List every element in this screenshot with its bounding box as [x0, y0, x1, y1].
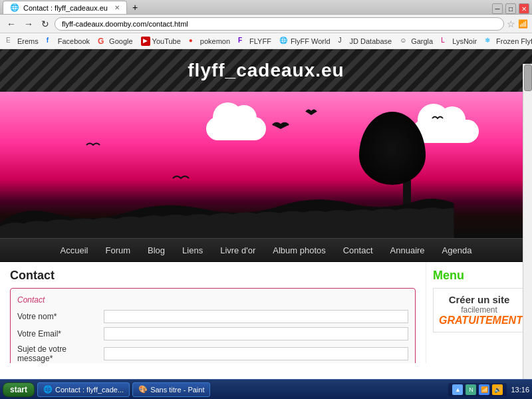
- jddatabase-icon: J: [338, 37, 348, 46]
- site-content: flyff_cadeaux.eu: [0, 49, 532, 363]
- facebook-icon: f: [47, 37, 56, 46]
- systray-icon-4: 🔊: [492, 384, 503, 395]
- youtube-icon: ▶: [141, 37, 150, 46]
- nav-bar: Accueil Forum Blog Liens Livre d'or Albu…: [0, 238, 532, 262]
- scrollbar[interactable]: [523, 64, 532, 379]
- bookmark-star-icon[interactable]: ☆: [507, 19, 515, 29]
- form-name-label: Votre nom*: [17, 312, 104, 321]
- tab-title: Contact : flyff_cadeaux.eu: [23, 4, 108, 12]
- ad-create-text: Créer un site: [439, 294, 519, 305]
- form-row-subject: Sujet de votre message*: [17, 344, 408, 363]
- minimize-button[interactable]: ─: [492, 3, 503, 14]
- taskbar-right: ▲ N 📶 🔊 13:16: [448, 383, 529, 396]
- gargla-icon: ☺: [400, 37, 409, 46]
- browser-taskbar-icon: 🌐: [43, 385, 53, 394]
- systray-icon-1: ▲: [452, 384, 463, 395]
- cloud-left: [206, 117, 266, 140]
- lysnoir-icon: L: [441, 37, 450, 46]
- back-button[interactable]: ←: [4, 17, 19, 31]
- bookmark-youtube[interactable]: ▶ YouTube: [138, 35, 184, 47]
- bookmark-lysnoir[interactable]: L LysNoir: [438, 35, 480, 47]
- nav-blog[interactable]: Blog: [140, 241, 173, 259]
- browser-taskbar-label: Contact : flyff_cade...: [55, 386, 124, 394]
- site-header: flyff_cadeaux.eu: [0, 49, 532, 92]
- bookmark-flyffworld[interactable]: 🌐 FlyFF World: [276, 35, 334, 47]
- forward-button[interactable]: →: [21, 17, 36, 31]
- bookmark-erems[interactable]: E Erems: [3, 35, 42, 47]
- taskbar-item-paint[interactable]: 🎨 Sans titre - Paint: [132, 382, 210, 397]
- nav-annuaire[interactable]: Annuaire: [382, 241, 433, 259]
- systray-icon-2: N: [466, 384, 476, 395]
- nav-liens[interactable]: Liens: [174, 241, 211, 259]
- menu-section-title: Menu: [433, 269, 525, 283]
- contact-form-box: Contact Votre nom* Votre Email* Sujet de…: [10, 288, 416, 363]
- contact-box-label: Contact: [17, 295, 408, 305]
- frozenflyff-icon: ❄: [485, 37, 494, 46]
- url-input[interactable]: [55, 17, 504, 31]
- ad-easily-text: facilement: [439, 305, 519, 315]
- contact-section-title: Contact: [10, 269, 416, 283]
- content-right: Menu Créer un site facilement GRATUITEME…: [426, 262, 532, 363]
- tab-favicon: 🌐: [10, 3, 19, 12]
- bookmark-jddatabase[interactable]: J JD Database: [335, 35, 396, 47]
- bookmark-flyff[interactable]: F FLYFF: [235, 35, 275, 47]
- form-email-label: Votre Email*: [17, 329, 104, 338]
- refresh-button[interactable]: ↻: [39, 17, 52, 31]
- browser-tab-active[interactable]: 🌐 Contact : flyff_cadeaux.eu ✕: [3, 1, 127, 14]
- form-subject-label: Sujet de votre message*: [17, 344, 104, 363]
- taskbar: start 🌐 Contact : flyff_cade... 🎨 Sans t…: [0, 379, 532, 399]
- form-row-email: Votre Email*: [17, 327, 408, 340]
- taskbar-item-browser[interactable]: 🌐 Contact : flyff_cade...: [37, 382, 130, 397]
- nav-albumphotos[interactable]: Album photos: [265, 241, 334, 259]
- system-tray: ▲ N 📶 🔊: [448, 383, 507, 396]
- ad-banner[interactable]: Créer un site facilement GRATUITEMENT: [433, 288, 525, 332]
- nav-contact[interactable]: Contact: [335, 241, 381, 259]
- form-name-input[interactable]: [104, 310, 408, 323]
- form-subject-input[interactable]: [104, 347, 408, 360]
- form-email-input[interactable]: [104, 327, 408, 340]
- taskbar-left: start 🌐 Contact : flyff_cade... 🎨 Sans t…: [3, 382, 210, 397]
- systray-icon-3: 📶: [479, 384, 489, 395]
- new-tab-button[interactable]: +: [127, 1, 143, 14]
- google-icon: G: [98, 37, 107, 46]
- flyff-icon: F: [238, 37, 247, 46]
- system-clock: 13:16: [511, 386, 529, 394]
- main-content: Contact Contact Votre nom* Votre Email* …: [0, 262, 532, 363]
- hero-banner: [0, 92, 532, 238]
- paint-taskbar-label: Sans titre - Paint: [150, 386, 204, 394]
- bookmark-pokemon[interactable]: ● pokemon: [186, 35, 233, 47]
- start-button[interactable]: start: [3, 382, 35, 397]
- pokemon-icon: ●: [189, 37, 198, 46]
- nav-forum[interactable]: Forum: [98, 241, 139, 259]
- bookmark-gargla[interactable]: ☺ Gargla: [396, 35, 436, 47]
- close-button[interactable]: ✕: [519, 3, 529, 14]
- bookmark-google[interactable]: G Google: [94, 35, 136, 47]
- ad-free-text: GRATUITEMENT: [439, 315, 519, 327]
- content-left: Contact Contact Votre nom* Votre Email* …: [0, 262, 426, 363]
- site-title: flyff_cadeaux.eu: [0, 60, 532, 81]
- paint-taskbar-icon: 🎨: [138, 385, 148, 394]
- tab-close-icon[interactable]: ✕: [114, 4, 120, 11]
- nav-accueil[interactable]: Accueil: [53, 241, 96, 259]
- network-icon: 📶: [518, 19, 528, 29]
- nav-livredore[interactable]: Livre d'or: [212, 241, 263, 259]
- bookmark-facebook[interactable]: f Facebook: [43, 35, 93, 47]
- erems-icon: E: [6, 37, 15, 46]
- nav-agenda[interactable]: Agenda: [434, 241, 480, 259]
- flyffworld-icon: 🌐: [279, 37, 289, 46]
- scrollbar-thumb[interactable]: [524, 65, 532, 91]
- address-bar: ← → ↻ ☆ 📶: [0, 15, 532, 33]
- bookmarks-bar: E Erems f Facebook G Google ▶ YouTube ● …: [0, 33, 532, 49]
- grass-silhouette: [0, 192, 454, 238]
- bookmark-frozenflyff[interactable]: ❄ Frozen Flyff: [481, 35, 532, 47]
- maximize-button[interactable]: □: [505, 3, 516, 14]
- form-row-name: Votre nom*: [17, 310, 408, 323]
